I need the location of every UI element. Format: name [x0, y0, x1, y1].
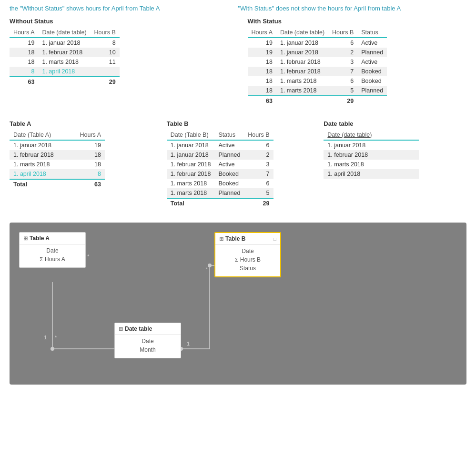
diagram-table-a-body: Date Σ Hours A [20, 244, 85, 267]
table-row: 8 1. april 2018 [10, 67, 120, 77]
wst-date: 1. marts 2018 [276, 86, 328, 96]
tb-total-status [214, 198, 244, 208]
diagram-table-b: ⊞ Table B □ Date Σ Hours B Status [214, 232, 281, 277]
ws-hoursb: 11 [91, 57, 120, 67]
diagram-date-table: ⊞ Date table Date Month [114, 323, 181, 358]
svg-text:*: * [55, 335, 57, 340]
wst-hoursb: 3 [328, 57, 357, 67]
tb-status: Booked [214, 169, 244, 179]
wst-hoursb: 5 [328, 86, 357, 96]
table-row: 1. april 2018 8 [10, 169, 105, 179]
diagram-table-b-hours-label: Hours B [240, 256, 261, 263]
diagram-table-b-field-date: Date [219, 247, 276, 255]
without-status-title: Without Status [10, 18, 229, 25]
tb-total-hours: 29 [244, 198, 273, 208]
diagram-table-b-sigma: Σ [235, 257, 238, 263]
diagram-date-table-date-label: Date [142, 338, 153, 345]
ws-hoursa: 19 [10, 38, 38, 48]
tb-status: Active [214, 140, 244, 150]
date-table-title: Date table [324, 120, 466, 127]
diagram-section: 1 * 1 * * ⊞ Table A Date Σ Hours A ⊞ Tab… [10, 223, 466, 385]
svg-text:*: * [206, 266, 208, 272]
ws-col-hoursb: Hours B [91, 28, 120, 38]
wst-date: 1. marts 2018 [276, 76, 328, 86]
ws-col-hoursa: Hours A [10, 28, 38, 38]
heading-without-status: the "Without Status" shows hours for Apr… [10, 5, 238, 12]
ta-hours: 19 [69, 140, 105, 150]
table-a-section: Table A Date (Table A) Hours A 1. januar… [10, 120, 152, 189]
wst-hoursa: 18 [248, 86, 276, 96]
table-row: 1. april 2018 [324, 169, 419, 179]
table-row: 1. januar 2018 Planned 2 [167, 150, 273, 160]
tb-status: Booked [214, 179, 244, 188]
table-row: 18 1. februar 2018 7 Booked [248, 67, 387, 76]
tb-date: 1. januar 2018 [167, 150, 215, 160]
table-b-title: Table B [167, 120, 310, 127]
table-row: 1. februar 2018 18 [10, 150, 105, 160]
dt-date: 1. januar 2018 [324, 140, 419, 150]
ws-hoursb: 8 [91, 38, 120, 48]
diagram-date-table-body: Date Month [115, 335, 181, 358]
wst-total-hoursa: 63 [248, 96, 276, 106]
table-row: 19 1. januar 2018 6 Active [248, 38, 387, 48]
ws-hoursa: 18 [10, 57, 38, 67]
diagram-table-b-field-hours: Σ Hours B [219, 255, 276, 264]
ta-total-hours: 63 [69, 179, 105, 189]
diagram-date-table-field-date: Date [119, 337, 177, 345]
tb-hours: 2 [244, 150, 273, 160]
wst-hoursb: 2 [328, 48, 357, 57]
wst-hoursa: 18 [248, 76, 276, 86]
ta-date: 1. marts 2018 [10, 160, 69, 169]
table-row-total: Total 29 [167, 198, 273, 208]
ta-total-label: Total [10, 179, 69, 189]
table-row: 1. februar 2018 Active 3 [167, 160, 273, 169]
table-row: 1. januar 2018 [324, 140, 419, 150]
wst-total-hoursb: 29 [328, 96, 357, 106]
wst-col-date: Date (date table) [276, 28, 328, 38]
table-row: 18 1. marts 2018 11 [10, 57, 120, 67]
wst-date: 1. februar 2018 [276, 67, 328, 76]
wst-status: Planned [357, 86, 387, 96]
diagram-table-a-hours-label: Hours A [45, 256, 65, 263]
ws-total-hoursb: 29 [91, 77, 120, 87]
diagram-table-b-collapse: □ [273, 236, 276, 242]
ws-date: 1. februar 2018 [38, 48, 90, 57]
table-a-title: Table A [10, 120, 152, 127]
dt-col-date: Date (date table) [324, 130, 419, 140]
table-b-section: Table B Date (Table B) Status Hours B 1.… [167, 120, 310, 208]
diagram-table-b-status-label: Status [240, 265, 256, 272]
wst-hoursa: 18 [248, 67, 276, 76]
wst-hoursb: 6 [328, 76, 357, 86]
ta-date: 1. april 2018 [10, 169, 69, 179]
table-row: 18 1. marts 2018 6 Booked [248, 76, 387, 86]
with-status-table: Hours A Date (date table) Hours B Status… [248, 28, 387, 106]
date-table-icon: ⊞ [119, 326, 123, 332]
table-row: 1. marts 2018 Booked 6 [167, 179, 273, 188]
wst-col-status: Status [357, 28, 387, 38]
wst-status: Active [357, 38, 387, 48]
table-row: 1. marts 2018 18 [10, 160, 105, 169]
wst-col-hoursa: Hours A [248, 28, 276, 38]
top-tables-section: Without Status Hours A Date (date table)… [10, 18, 466, 106]
diagram-date-table-field-month: Month [119, 345, 177, 354]
table-b: Date (Table B) Status Hours B 1. januar … [167, 130, 273, 208]
wst-hoursb: 6 [328, 38, 357, 48]
without-status-table: Hours A Date (date table) Hours B 19 1. … [10, 28, 120, 87]
with-status-title: With Status [248, 18, 467, 25]
dt-date: 1. marts 2018 [324, 160, 419, 169]
tb-hours: 3 [244, 160, 273, 169]
svg-text:*: * [87, 254, 90, 259]
ta-col-date: Date (Table A) [10, 130, 69, 140]
diagram-table-a: ⊞ Table A Date Σ Hours A [19, 232, 86, 268]
date-table: Date (date table) 1. januar 2018 1. febr… [324, 130, 419, 179]
ws-hoursa: 8 [10, 67, 38, 77]
wst-col-hoursb: Hours B [328, 28, 357, 38]
table-row: 1. januar 2018 19 [10, 140, 105, 150]
tb-status: Active [214, 160, 244, 169]
diagram-table-a-sigma: Σ [40, 256, 43, 262]
table-b-icon: ⊞ [219, 236, 223, 242]
diagram-date-table-title: Date table [125, 325, 152, 332]
middle-tables-section: Table A Date (Table A) Hours A 1. januar… [10, 120, 466, 208]
tb-hours: 6 [244, 179, 273, 188]
ws-total-date [38, 77, 90, 87]
